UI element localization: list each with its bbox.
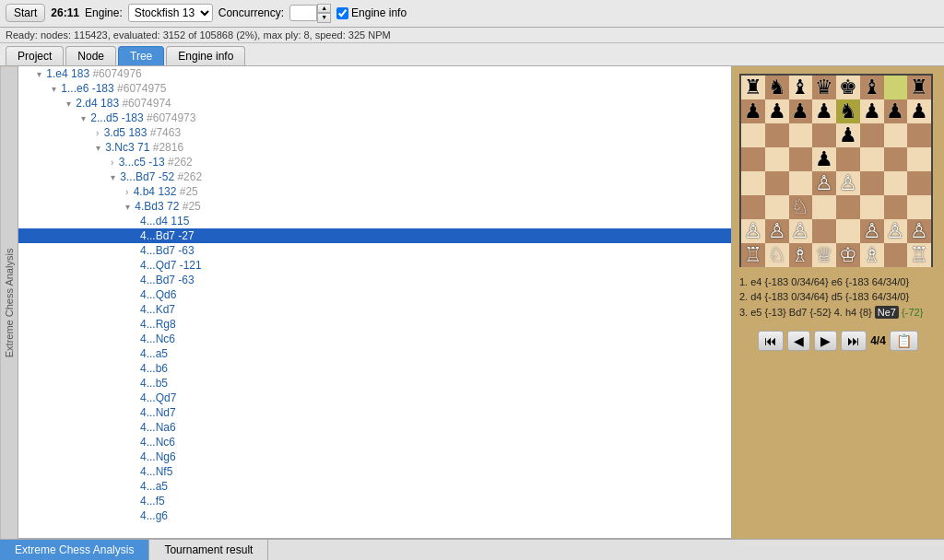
nav-prev-button[interactable]: ◀ (787, 331, 810, 351)
collapse-icon-3: ▾ (66, 99, 71, 109)
tree-row-18[interactable]: 4...Rg8 (18, 317, 731, 332)
tree-row-1[interactable]: ▾ 1.e4 183 #6074976 (18, 66, 731, 81)
tab-project[interactable]: Project (6, 46, 64, 65)
nav-next-button[interactable]: ▶ (814, 331, 837, 351)
chess-cell-0-1: ♞ (765, 76, 789, 99)
nav-last-button[interactable]: ⏭ (841, 331, 867, 351)
tree-row-27[interactable]: 4...Ng6 (18, 449, 731, 464)
tree-row-11[interactable]: 4...d4 115 (18, 214, 731, 228)
tab-node[interactable]: Node (65, 46, 116, 65)
tree-panel[interactable]: ▾ 1.e4 183 #6074976 ▾ 1...e6 -183 #60749… (18, 66, 732, 539)
chess-cell-1-1: ♟ (765, 99, 789, 123)
tab-engine-info[interactable]: Engine info (166, 46, 245, 65)
move-29: 4...a5 (140, 480, 168, 493)
chess-cell-7-3: ♕ (812, 243, 836, 267)
tree-row-24[interactable]: 4...Nd7 (18, 405, 731, 420)
tree-row-8[interactable]: ▾ 3...Bd7 -52 #262 (18, 169, 731, 184)
collapse-icon-4: ▾ (81, 113, 86, 123)
tree-row-2[interactable]: ▾ 1...e6 -183 #6074975 (18, 81, 731, 96)
tree-row-23[interactable]: 4...Qd7 (18, 391, 731, 405)
nav-bar: ⏮ ◀ ▶ ⏭ 4/4 📋 (739, 331, 937, 351)
chess-cell-0-4: ♚ (836, 76, 860, 99)
tree-row-20[interactable]: 4...a5 (18, 346, 731, 361)
start-button[interactable]: Start (6, 4, 45, 22)
tree-row-3[interactable]: ▾ 2.d4 183 #6074974 (18, 96, 731, 111)
right-panel: ♜♞♝♛♚♝♜♟♟♟♟♞♟♟♟♟♟♙♙♘♙♙♙♙♙♙♖♘♗♕♔♗♖ 1. e4 … (732, 66, 944, 539)
tree-row-7[interactable]: › 3...c5 -13 #262 (18, 155, 731, 169)
move-line-3: 3. e5 {-13} Bd7 {-52} 4. h4 {8} Ne7 {-72… (739, 305, 937, 321)
chess-cell-7-5: ♗ (860, 243, 884, 267)
concurrency-up[interactable]: ▲ (317, 4, 331, 13)
chess-cell-1-4: ♞ (836, 99, 860, 123)
tree-row-25[interactable]: 4...Na6 (18, 420, 731, 435)
bottom-tab-tournament[interactable]: Tournament result (149, 540, 268, 560)
tree-row-21[interactable]: 4...b6 (18, 361, 731, 376)
tree-row-14[interactable]: 4...Qd7 -121 (18, 258, 731, 273)
chess-cell-4-6 (884, 171, 908, 195)
chess-cell-3-3: ♟ (812, 147, 836, 171)
move-25: 4...Na6 (140, 421, 176, 434)
tree-row-26[interactable]: 4...Nc6 (18, 435, 731, 449)
move-27: 4...Ng6 (140, 450, 176, 463)
nav-first-button[interactable]: ⏮ (758, 331, 784, 351)
chess-cell-0-5: ♝ (860, 76, 884, 99)
chess-cell-3-5 (860, 147, 884, 171)
concurrency-down[interactable]: ▼ (317, 13, 331, 22)
chess-cell-7-7: ♖ (907, 243, 931, 267)
move-19: 4...Nc6 (140, 332, 175, 345)
tree-row-12[interactable]: 4...Bd7 -27 (18, 228, 731, 243)
concurrency-label: Concurrency: (218, 6, 284, 19)
move-10: 4.Bd3 72 (135, 200, 182, 213)
tree-row-30[interactable]: 4...f5 (18, 494, 731, 508)
chess-cell-3-1 (765, 147, 789, 171)
chess-cell-3-4 (836, 147, 860, 171)
engine-select[interactable]: Stockfish 13 (128, 4, 213, 22)
bottom-tab-analysis[interactable]: Extreme Chess Analysis (0, 540, 149, 560)
chess-cell-6-7: ♙ (907, 219, 931, 243)
tree-row-16[interactable]: 4...Qd6 (18, 287, 731, 302)
collapse-icon-1: ▾ (37, 69, 41, 79)
tree-row-22[interactable]: 4...b5 (18, 376, 731, 391)
chess-cell-5-7 (907, 195, 931, 219)
node-id-9: #25 (180, 185, 198, 198)
tree-row-28[interactable]: 4...Nf5 (18, 464, 731, 479)
chess-cell-4-4: ♙ (836, 171, 860, 195)
chess-cell-7-2: ♗ (789, 243, 813, 267)
move-16: 4...Qd6 (140, 288, 176, 301)
move-30: 4...f5 (140, 495, 165, 508)
tree-row-4[interactable]: ▾ 2...d5 -183 #6074973 (18, 111, 731, 125)
node-id-6: #2816 (153, 141, 183, 154)
move-15: 4...Bd7 -63 (140, 274, 195, 286)
node-id-10: #25 (183, 200, 201, 213)
chess-cell-7-6 (884, 243, 908, 267)
move-24: 4...Nd7 (140, 406, 176, 419)
tree-row-29[interactable]: 4...a5 (18, 479, 731, 494)
engine-info-checkbox[interactable] (336, 7, 348, 19)
move-17: 4...Kd7 (140, 303, 175, 316)
chess-cell-2-3 (812, 123, 836, 147)
tree-row-10[interactable]: ▾ 4.Bd3 72 #25 (18, 199, 731, 214)
tree-row-13[interactable]: 4...Bd7 -63 (18, 243, 731, 258)
chess-cell-6-6: ♙ (884, 219, 908, 243)
tree-row-5[interactable]: › 3.d5 183 #7463 (18, 125, 731, 140)
nav-copy-button[interactable]: 📋 (890, 331, 918, 351)
collapse-icon-10: ▾ (125, 202, 130, 212)
tree-row-17[interactable]: 4...Kd7 (18, 302, 731, 317)
node-id-1: #6074976 (92, 67, 141, 80)
tab-tree[interactable]: Tree (118, 46, 164, 65)
tree-row-9[interactable]: › 4.b4 132 #25 (18, 184, 731, 199)
tree-row-15[interactable]: 4...Bd7 -63 (18, 273, 731, 287)
move-2: 1...e6 -183 (61, 82, 117, 95)
tree-row-19[interactable]: 4...Nc6 (18, 332, 731, 346)
tab-bar: Project Node Tree Engine info (0, 43, 944, 66)
move-12: 4...Bd7 -27 (140, 229, 195, 242)
chess-cell-3-6 (884, 147, 908, 171)
move-13: 4...Bd7 -63 (140, 244, 195, 257)
collapse-icon-5: › (96, 128, 99, 138)
move-9: 4.b4 132 (134, 185, 180, 198)
tree-row-31[interactable]: 4...g6 (18, 508, 731, 523)
engine-info-checkbox-group: Engine info (336, 6, 407, 19)
concurrency-field[interactable]: 4 (289, 5, 317, 21)
tree-row-6[interactable]: ▾ 3.Nc3 71 #2816 (18, 140, 731, 155)
chess-cell-0-7: ♜ (907, 76, 931, 99)
